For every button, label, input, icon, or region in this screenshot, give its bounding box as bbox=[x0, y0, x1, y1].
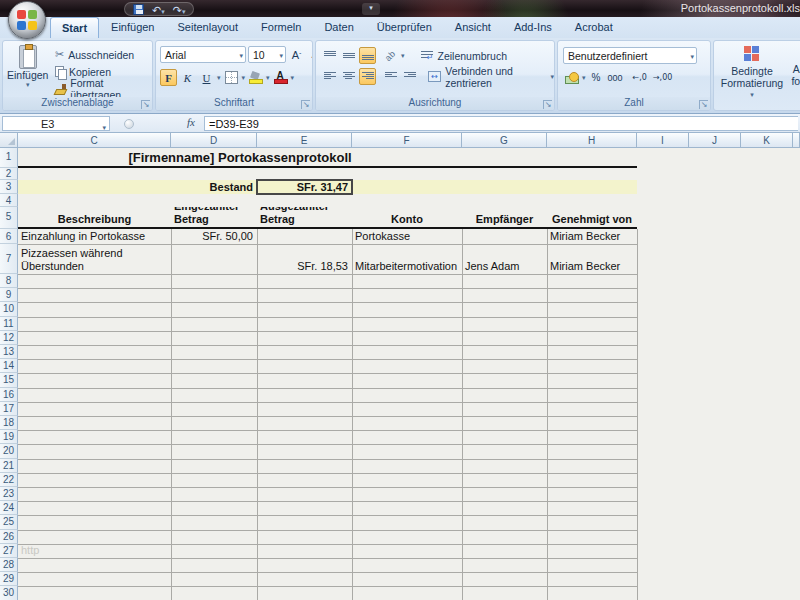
comma-style-button[interactable]: 000 bbox=[607, 69, 624, 86]
office-button[interactable] bbox=[8, 1, 46, 39]
number-format-combo[interactable]: Benutzerdefiniert▾ bbox=[563, 47, 697, 64]
chevron-down-icon[interactable]: ▾ bbox=[242, 74, 246, 82]
column-header-K[interactable]: K bbox=[741, 133, 793, 148]
align-left-button[interactable] bbox=[321, 68, 338, 85]
column-header-D[interactable]: D bbox=[171, 133, 257, 148]
increase-decimal-button[interactable]: ←,0 bbox=[631, 73, 649, 83]
redo-button[interactable]: ↷▾ bbox=[173, 0, 186, 18]
row-header-13[interactable]: 13 bbox=[0, 345, 18, 359]
cell-C6[interactable]: Einzahlung in Portokasse bbox=[18, 229, 171, 244]
row-header-3[interactable]: 3 bbox=[0, 180, 18, 194]
column-header-J[interactable]: J bbox=[689, 133, 741, 148]
wrap-text-button[interactable]: ↵ Zeilenumbruch bbox=[421, 47, 507, 64]
column-header-H[interactable]: H bbox=[547, 133, 637, 148]
undo-button[interactable]: ↶▾ bbox=[152, 0, 165, 18]
row-header-19[interactable]: 19 bbox=[0, 430, 18, 444]
row-header-2[interactable]: 2 bbox=[0, 168, 18, 180]
row-header-12[interactable]: 12 bbox=[0, 331, 18, 345]
tab-addins[interactable]: Add-Ins bbox=[503, 17, 563, 38]
customize-qat-button[interactable]: ▾ bbox=[362, 3, 380, 15]
cell-H7[interactable]: Miriam Becker bbox=[547, 244, 637, 274]
formula-bar-divider[interactable] bbox=[124, 119, 134, 129]
cell-E7[interactable]: SFr. 18,53 bbox=[257, 244, 352, 274]
tab-acrobat[interactable]: Acrobat bbox=[564, 17, 624, 38]
column-header-C[interactable]: C bbox=[18, 133, 171, 148]
row-header-23[interactable]: 23 bbox=[0, 487, 18, 501]
cell-F7[interactable]: Mitarbeitermotivation bbox=[352, 244, 462, 274]
chevron-down-icon[interactable]: ▾ bbox=[266, 74, 270, 82]
cell-C27[interactable]: http bbox=[18, 544, 171, 558]
row-header-24[interactable]: 24 bbox=[0, 501, 18, 515]
dialog-launcher-icon[interactable]: ↘ bbox=[141, 100, 150, 109]
align-top-button[interactable] bbox=[321, 47, 338, 64]
cell-H6[interactable]: Miriam Becker bbox=[547, 229, 637, 244]
percent-style-button[interactable]: % bbox=[588, 69, 605, 86]
row-header-26[interactable]: 26 bbox=[0, 530, 18, 544]
cell-D3[interactable]: Bestand bbox=[171, 180, 257, 194]
row-header-18[interactable]: 18 bbox=[0, 416, 18, 430]
cell-C5[interactable]: Beschreibung bbox=[18, 207, 171, 227]
cell-C7[interactable]: Pizzaessen während Überstunden bbox=[18, 244, 171, 274]
cell-D6[interactable]: SFr. 50,00 bbox=[171, 229, 257, 244]
row-header-9[interactable]: 9 bbox=[0, 288, 18, 302]
format-as-table-button[interactable]: Als Tabelle formatieren bbox=[786, 46, 800, 87]
active-cell-border[interactable] bbox=[256, 179, 353, 195]
format-painter-button[interactable]: Format übertragen bbox=[55, 80, 152, 97]
cell-F6[interactable]: Portokasse bbox=[352, 229, 462, 244]
row-header-10[interactable]: 10 bbox=[0, 302, 18, 316]
row-header-27[interactable]: 27 bbox=[0, 544, 18, 558]
save-icon[interactable] bbox=[133, 4, 144, 15]
row-header-22[interactable]: 22 bbox=[0, 473, 18, 487]
name-box[interactable]: E3▾ bbox=[2, 116, 110, 131]
orientation-button[interactable]: ab bbox=[382, 47, 399, 64]
align-bottom-button[interactable] bbox=[359, 47, 376, 64]
bold-button[interactable]: F bbox=[160, 69, 177, 86]
grow-font-button[interactable]: Aˆ bbox=[288, 46, 305, 63]
dialog-launcher-icon[interactable]: ↘ bbox=[543, 100, 552, 109]
column-header-G[interactable]: G bbox=[462, 133, 547, 148]
row-header-29[interactable]: 29 bbox=[0, 572, 18, 586]
cell-C1[interactable]: [Firmenname] Portokassenprotokoll bbox=[18, 148, 462, 166]
row-header-4[interactable]: 4 bbox=[0, 194, 18, 207]
formula-input[interactable]: =D39-E39 bbox=[204, 116, 798, 131]
row-header-21[interactable]: 21 bbox=[0, 459, 18, 473]
fill-color-button[interactable] bbox=[247, 69, 264, 86]
font-size-combo[interactable]: 10▾ bbox=[248, 46, 286, 63]
chevron-down-icon[interactable]: ▾ bbox=[291, 74, 295, 82]
column-header-I[interactable]: I bbox=[637, 133, 689, 148]
merge-center-button[interactable]: ↔ Verbinden und zentrieren ▾ bbox=[428, 68, 554, 85]
row-header-14[interactable]: 14 bbox=[0, 359, 18, 373]
row-header-1[interactable]: 1 bbox=[0, 148, 18, 168]
paste-button[interactable]: Einfügen ▾ bbox=[7, 45, 48, 89]
row-header-16[interactable]: 16 bbox=[0, 388, 18, 402]
borders-button[interactable] bbox=[223, 69, 240, 86]
cell-D5[interactable]: Eingezahlter Betrag bbox=[171, 207, 257, 227]
row-header-11[interactable]: 11 bbox=[0, 317, 18, 331]
tab-start[interactable]: Start bbox=[50, 17, 99, 38]
underline-button[interactable]: U bbox=[198, 69, 215, 86]
column-header-F[interactable]: F bbox=[352, 133, 462, 148]
cell-G7[interactable]: Jens Adam bbox=[462, 244, 547, 274]
font-color-button[interactable]: A bbox=[272, 69, 289, 86]
tab-daten[interactable]: Daten bbox=[313, 17, 364, 38]
chevron-down-icon[interactable]: ▾ bbox=[217, 74, 221, 82]
font-name-combo[interactable]: Arial▾ bbox=[160, 46, 246, 63]
tab-seitenlayout[interactable]: Seitenlayout bbox=[167, 17, 250, 38]
cell-E5[interactable]: Ausgezahlter Betrag bbox=[257, 207, 352, 227]
row-header-6[interactable]: 6 bbox=[0, 229, 18, 244]
row-header-5[interactable]: 5 bbox=[0, 207, 18, 229]
dialog-launcher-icon[interactable]: ↘ bbox=[699, 100, 708, 109]
cell-H5[interactable]: Genehmigt von bbox=[547, 207, 637, 227]
accounting-format-button[interactable] bbox=[563, 69, 580, 86]
align-center-button[interactable] bbox=[340, 68, 357, 85]
row-header-20[interactable]: 20 bbox=[0, 444, 18, 458]
row-header-8[interactable]: 8 bbox=[0, 274, 18, 288]
conditional-formatting-button[interactable]: Bedingte Formatierung▾ bbox=[720, 46, 784, 101]
tab-formeln[interactable]: Formeln bbox=[250, 17, 312, 38]
dialog-launcher-icon[interactable]: ↘ bbox=[301, 100, 310, 109]
decrease-indent-button[interactable] bbox=[382, 68, 399, 85]
italic-button[interactable]: K bbox=[179, 69, 196, 86]
select-all-button[interactable] bbox=[0, 133, 18, 148]
chevron-down-icon[interactable]: ▾ bbox=[401, 52, 405, 60]
shrink-font-button[interactable]: Aˇ bbox=[307, 46, 313, 63]
